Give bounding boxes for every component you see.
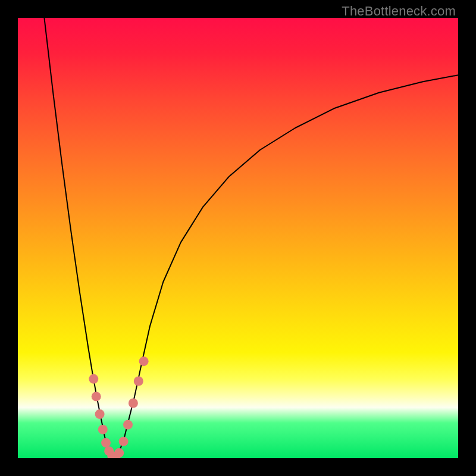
marker-point [92, 392, 101, 401]
marker-point [114, 448, 124, 458]
chart-frame: TheBottleneck.com [0, 0, 476, 476]
chart-svg [18, 18, 458, 458]
marker-point [134, 377, 143, 386]
marker-point [129, 399, 138, 408]
marker-point [95, 409, 105, 419]
curve-left-branch [44, 18, 114, 458]
marker-point [101, 438, 111, 447]
marker-point [89, 374, 98, 384]
marker-point [139, 356, 149, 366]
watermark-text: TheBottleneck.com [342, 4, 456, 19]
plot-area [18, 18, 458, 458]
marker-point [119, 437, 129, 446]
curve-right-branch [115, 75, 458, 458]
marker-point [123, 420, 133, 430]
marker-point [98, 425, 108, 434]
